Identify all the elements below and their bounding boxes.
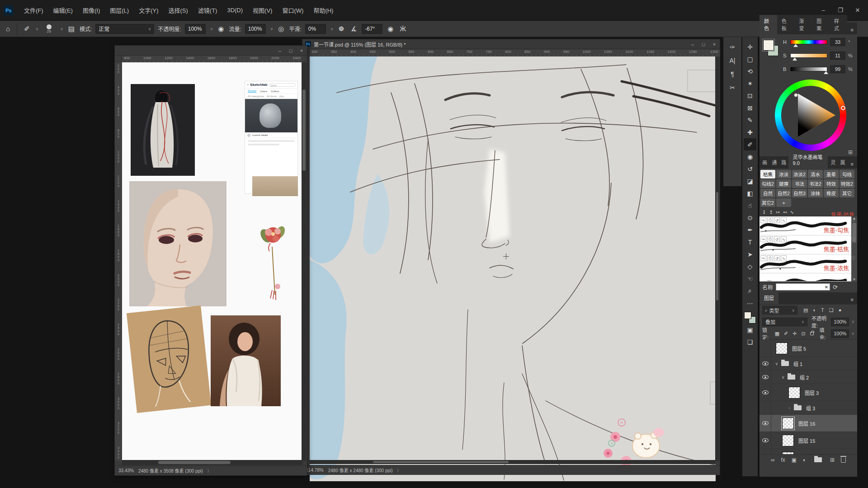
layer-row[interactable]: ›组 3 [760,401,857,415]
quick-mask-icon[interactable]: ▣ [744,324,756,336]
marquee-tool-icon[interactable]: ▢ [744,53,756,65]
horizontal-scrollbar[interactable] [122,460,302,465]
tab-layers[interactable]: 图层 [760,292,778,304]
chevron-down-icon[interactable]: ∨ [270,27,274,31]
visibility-cell[interactable] [760,357,771,370]
brush-category-其它2[interactable]: 其它2 [760,198,775,207]
flow-field[interactable]: 100% [245,24,266,34]
heart-icon[interactable]: ♡ [851,217,855,223]
brush-category-自然[interactable]: 自然 [760,189,775,197]
scroll-down-icon[interactable]: ▼ [853,277,856,282]
brush-category-其它[interactable]: 其它 [840,189,854,197]
gear-icon[interactable]: ☸ [337,25,345,33]
visibility-cell[interactable] [760,371,771,384]
brush-category-浓淡[interactable]: 浓淡 [776,170,791,178]
home-icon[interactable]: ⌂ [5,25,11,33]
gradient-tool-icon[interactable]: ◧ [744,187,756,199]
slider-thumb[interactable] [824,71,828,74]
menu-item[interactable]: 文字(Y) [134,0,163,20]
tab-色板[interactable]: 色板 [777,15,795,34]
brush-category-+[interactable]: + [776,198,791,207]
lasso-tool-icon[interactable]: ⟲ [744,65,756,77]
edit-toolbar-icon[interactable]: ⋯ [744,297,756,309]
slider-track[interactable] [790,67,827,71]
layer-effects-icon[interactable]: fx [781,457,785,463]
clone-stamp-tool-icon[interactable]: ◉ [744,150,756,163]
minimize-button[interactable]: – [816,5,831,16]
scrollbar-thumb[interactable] [373,461,509,463]
crop-tool-icon[interactable]: ⊡ [744,89,756,102]
tab-样式[interactable]: 样式 [830,15,847,34]
zoom-level[interactable]: 33.43% [118,468,134,473]
healing-tool-icon[interactable]: ✚ [744,126,756,138]
type-tool-icon[interactable]: T [744,236,756,248]
filter-icon[interactable]: ❏ [828,307,835,313]
close-button[interactable]: ✕ [850,5,865,16]
stroke-sort-icons[interactable]: ↧↥↦↤∿ [762,210,794,215]
panel-menu-icon[interactable]: ≡ [847,297,857,304]
brush-stroke-row[interactable]: ✑⎙↺∿焦墨-枯焦♡ [760,235,857,254]
foreground-color-swatch[interactable] [744,312,751,319]
foreground-color-swatch[interactable] [763,40,774,51]
opacity-field[interactable]: 100% [185,24,206,34]
sort-icon[interactable]: ↦ [776,210,780,215]
stroke-mini-icon[interactable]: ↺ [774,236,780,242]
maximize-button[interactable]: □ [285,46,296,55]
layer-row[interactable]: 图层 15 [760,432,857,449]
shape-tool-icon[interactable]: ◇ [744,260,756,272]
tab-通[interactable]: 通 [769,156,778,169]
pressure-size-icon[interactable]: ◉ [386,25,395,33]
brush-category-勾线2[interactable]: 勾线2 [760,179,775,188]
brush-category-特效2[interactable]: 特效2 [840,179,854,188]
layer-thumbnail[interactable] [788,387,800,399]
scrollbar-thumb[interactable] [158,461,231,464]
brush-stroke-row[interactable]: ✑⎙↺∿焦墨-勾焦♡ [760,216,857,235]
chevron-down-icon[interactable]: ∨ [210,27,213,31]
restore-button[interactable]: ❐ [833,5,848,16]
menu-item[interactable]: 视图(V) [248,0,277,20]
brush-category-自然2[interactable]: 自然2 [776,189,791,197]
magic-wand-tool-icon[interactable]: ✶ [744,77,756,89]
menu-item[interactable]: 编辑(E) [48,0,78,20]
sort-icon[interactable]: ↥ [769,210,773,215]
history-brush-tool-icon[interactable]: ↺ [744,163,756,175]
delete-layer-icon[interactable] [841,457,846,463]
tab-图案[interactable]: 图案 [812,15,830,34]
path-select-tool-icon[interactable]: ➤ [744,248,756,260]
menu-item[interactable]: 文件(F) [19,0,48,20]
visibility-cell[interactable] [760,401,771,414]
caret-open-icon[interactable]: ∨ [774,361,779,366]
close-icon[interactable]: × [709,40,720,49]
chevron-down-icon[interactable]: ∨ [36,27,39,31]
brush-category-书法[interactable]: 书法 [792,179,807,188]
filter-icon[interactable]: ◐ [812,307,817,313]
filter-icon[interactable]: ● [838,307,843,313]
brush-angle-field[interactable]: -67° [362,24,382,34]
visibility-cell[interactable] [760,384,771,401]
status-options-chevron[interactable]: ⟩ [397,468,399,473]
menu-item[interactable]: 滤镜(T) [193,0,222,20]
layer-row[interactable]: ∨组 1 [760,357,857,371]
layer-filter-select[interactable]: ⌕ 类型 ∨ [762,306,797,314]
layer-row[interactable]: 图层 14 [760,449,857,454]
panel-menu-icon[interactable]: ≡ [847,161,857,169]
layer-row[interactable]: 图层 16 [760,415,857,432]
filter-icon[interactable]: T [820,307,825,313]
character-panel-icon[interactable]: A| [730,57,736,64]
brush-tool-preset-icon[interactable]: ✐ [23,25,31,33]
eyedropper-tool-icon[interactable]: ✎ [744,114,756,126]
stroke-mini-icon[interactable]: ✑ [760,217,766,223]
pressure-opacity-icon[interactable]: ◉ [217,25,225,33]
brush-tool-icon[interactable]: ✐ [744,138,756,150]
brush-category-涂抹[interactable]: 涂抹 [808,189,823,197]
lock-all-icon[interactable] [810,332,814,335]
hand-tool-icon[interactable]: ☜ [744,272,756,285]
layer-row[interactable]: ∨组 2 [760,371,857,384]
name-input[interactable]: ✕ [776,283,830,291]
refresh-icon[interactable]: ⟳ [833,284,838,291]
canvas-window-titlebar[interactable]: Ps 第一节课.psd @ 115% (图层 16, RGB/8) * – □ … [302,39,720,49]
visibility-cell[interactable] [760,340,771,357]
chevron-down-icon[interactable]: ∨ [851,319,854,324]
blend-mode-select[interactable]: 正常 ∨ [95,24,154,34]
picker-grid-icon[interactable]: ⊞ [848,149,853,155]
